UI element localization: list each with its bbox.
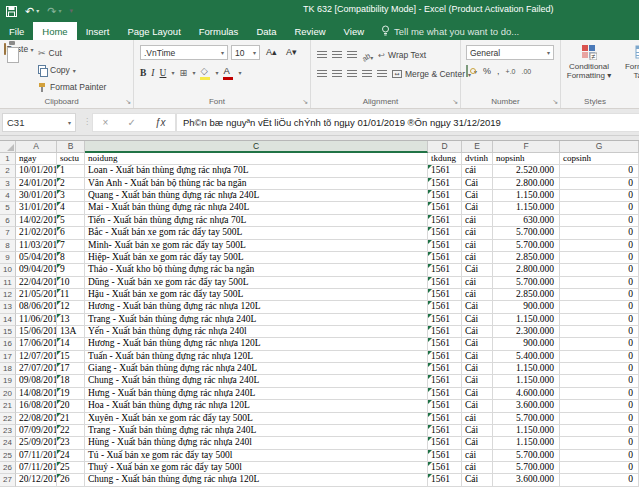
cell-soctu[interactable]: 17: [57, 363, 85, 375]
cell-tkdung[interactable]: 1561: [428, 437, 462, 449]
cell-dvtinh[interactable]: cái: [462, 215, 493, 227]
cell-nopsinh[interactable]: 5.700.000: [493, 277, 560, 289]
orientation-button[interactable]: ab▾: [362, 46, 373, 64]
cell-dvtinh[interactable]: Cái: [462, 301, 493, 313]
cell-tkdung[interactable]: 1561: [428, 178, 462, 190]
comma-button[interactable]: ,: [497, 66, 500, 76]
cell-copsinh[interactable]: 0: [560, 190, 639, 202]
cell-noidung[interactable]: Yến - Xuất bán thùng đựng rác nhựa 240l: [85, 326, 428, 338]
redo-button[interactable]: ↷▾: [47, 6, 61, 17]
cell-ngay[interactable]: 09/04/2019: [16, 264, 57, 276]
accounting-format-button[interactable]: [466, 66, 468, 76]
cell-dvtinh[interactable]: Cái: [462, 264, 493, 276]
align-bottom-icon[interactable]: [347, 51, 357, 59]
cell-ngay[interactable]: 22/08/2019: [16, 413, 57, 425]
cell-ngay[interactable]: 10/01/2019: [16, 165, 57, 177]
cell-ngay[interactable]: 16/08/2019: [16, 400, 57, 412]
cell-soctu[interactable]: 9: [57, 264, 85, 276]
cell-soctu[interactable]: 20: [57, 400, 85, 412]
tab-formulas[interactable]: Formulas: [190, 22, 248, 40]
cell-dvtinh[interactable]: Cái: [462, 314, 493, 326]
cell-nopsinh[interactable]: 5.700.000: [493, 227, 560, 239]
cell-dvtinh[interactable]: Cái: [462, 474, 493, 486]
cell-tkdung[interactable]: 1561: [428, 252, 462, 264]
tab-home[interactable]: Home: [33, 22, 76, 40]
bold-button[interactable]: B: [140, 68, 146, 78]
cell-noidung[interactable]: Tiến - Xuất bán thùng đựng rác nhựa 70L: [85, 215, 428, 227]
save-button[interactable]: [6, 6, 17, 17]
row-number[interactable]: 23: [0, 425, 16, 437]
cell-tkdung[interactable]: 1561: [428, 450, 462, 462]
cell-dvtinh[interactable]: Cái: [462, 363, 493, 375]
row-number[interactable]: 10: [0, 264, 16, 276]
paste-dropdown[interactable]: ▾: [31, 46, 34, 53]
cell-dvtinh[interactable]: cái: [462, 277, 493, 289]
cell-dvtinh[interactable]: Cái: [462, 388, 493, 400]
cell-ngay[interactable]: 25/09/2019: [16, 437, 57, 449]
cell-copsinh[interactable]: 0: [560, 413, 639, 425]
cell-dvtinh[interactable]: Cái: [462, 202, 493, 214]
cell-dvtinh[interactable]: Cái: [462, 351, 493, 363]
align-center-icon[interactable]: [332, 70, 342, 78]
cell-ngay[interactable]: 17/06/2019: [16, 338, 57, 350]
cell-nopsinh[interactable]: 4.600.000: [493, 388, 560, 400]
tab-insert[interactable]: Insert: [77, 22, 119, 40]
align-right-icon[interactable]: [347, 70, 357, 78]
cell-tkdung[interactable]: 1561: [428, 202, 462, 214]
cell-ngay[interactable]: 14/02/2019: [16, 215, 57, 227]
cell-dvtinh[interactable]: cái: [462, 450, 493, 462]
cell-dvtinh[interactable]: cái: [462, 165, 493, 177]
cell-tkdung[interactable]: 1561: [428, 413, 462, 425]
cell-soctu[interactable]: 1: [57, 165, 85, 177]
cell-soctu[interactable]: 8: [57, 252, 85, 264]
cell-copsinh[interactable]: 0: [560, 351, 639, 363]
field-header-cell[interactable]: soctu: [57, 153, 85, 165]
cell-copsinh[interactable]: 0: [560, 375, 639, 387]
tab-review[interactable]: Review: [285, 22, 334, 40]
cell-copsinh[interactable]: 0: [560, 474, 639, 486]
cell-soctu[interactable]: 19: [57, 388, 85, 400]
cell-tkdung[interactable]: 1561: [428, 338, 462, 350]
cell-ngay[interactable]: 21/02/2019: [16, 227, 57, 239]
font-name-combo[interactable]: .VnTime▾: [140, 45, 228, 60]
tab-file[interactable]: File: [0, 22, 33, 40]
cell-ngay[interactable]: 11/03/2019: [16, 240, 57, 252]
cell-noidung[interactable]: Hoa - Xuất bán thùng đựng rác nhựa 120L: [85, 400, 428, 412]
cell-soctu[interactable]: 14: [57, 338, 85, 350]
tell-me-box[interactable]: Tell me what you want to do...: [373, 22, 527, 40]
cell-soctu[interactable]: 22: [57, 425, 85, 437]
cell-dvtinh[interactable]: Cái: [462, 178, 493, 190]
row-number[interactable]: 20: [0, 388, 16, 400]
cell-copsinh[interactable]: 0: [560, 289, 639, 301]
cell-noidung[interactable]: Tú - Xuấ bán xe gom rác đẩy tay 500l: [85, 450, 428, 462]
cell-dvtinh[interactable]: cái: [462, 227, 493, 239]
cell-dvtinh[interactable]: cái: [462, 413, 493, 425]
row-number[interactable]: 5: [0, 202, 16, 214]
cell-ngay[interactable]: 31/01/2019: [16, 202, 57, 214]
conditional-formatting-button[interactable]: ≠ Conditional Formatting ▾: [563, 44, 615, 80]
column-header-F[interactable]: F: [493, 141, 560, 153]
insert-function-button[interactable]: ƒx: [155, 117, 166, 128]
cell-copsinh[interactable]: 0: [560, 277, 639, 289]
cell-soctu[interactable]: 24: [57, 450, 85, 462]
merge-center-button[interactable]: ↔Merge & Center▾: [392, 66, 471, 82]
cell-nopsinh[interactable]: 2.850.000: [493, 252, 560, 264]
cell-tkdung[interactable]: 1561: [428, 363, 462, 375]
cell-tkdung[interactable]: 1561: [428, 277, 462, 289]
name-box[interactable]: C31 ▾: [2, 113, 76, 132]
cell-tkdung[interactable]: 1561: [428, 388, 462, 400]
wrap-text-button[interactable]: ↩Wrap Text: [378, 47, 426, 63]
cell-nopsinh[interactable]: 1.150.000: [493, 375, 560, 387]
cell-nopsinh[interactable]: 3.600.000: [493, 400, 560, 412]
cell-noidung[interactable]: Thảo - Xuất kho bộ thùng đựng rác ba ngă…: [85, 264, 428, 276]
row-number[interactable]: 27: [0, 474, 16, 486]
row-number[interactable]: 26: [0, 462, 16, 474]
row-number[interactable]: 19: [0, 375, 16, 387]
increase-indent-icon[interactable]: [377, 70, 387, 78]
cell-noidung[interactable]: Quang - Xuất bán thùng đựng rác nhựa 240…: [85, 190, 428, 202]
undo-dropdown[interactable]: ▾: [36, 8, 39, 14]
column-header-C[interactable]: C: [85, 141, 428, 153]
undo-button[interactable]: ↶▾: [25, 6, 39, 17]
cell-nopsinh[interactable]: 3.600.000: [493, 474, 560, 486]
cell-copsinh[interactable]: 0: [560, 450, 639, 462]
